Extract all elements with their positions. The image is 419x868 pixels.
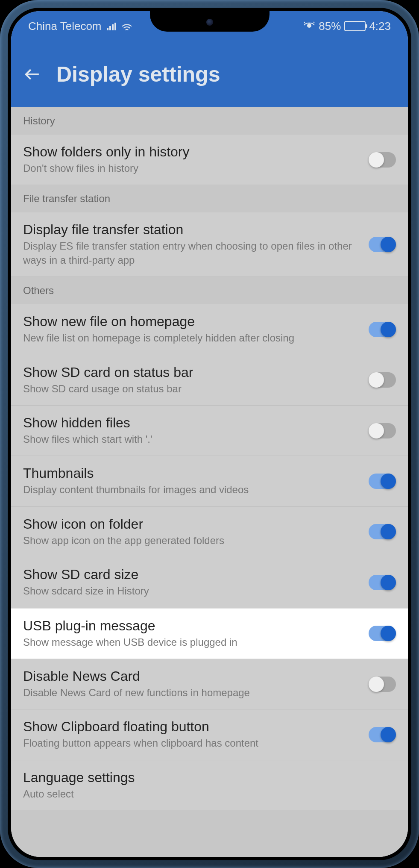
row-title: USB plug-in message	[23, 618, 360, 634]
svg-line-2	[314, 22, 314, 23]
row-text: Language settings Auto select	[23, 770, 396, 801]
row-text: Display file transfer station Display ES…	[23, 222, 360, 267]
row-clipboard-floating[interactable]: Show Clipboard floating button Floating …	[11, 709, 408, 760]
row-text: USB plug-in message Show message when US…	[23, 618, 360, 649]
row-text: Show hidden files Show files which start…	[23, 415, 360, 446]
row-hidden-files[interactable]: Show hidden files Show files which start…	[11, 406, 408, 456]
row-text: Show SD card size Show sdcard size in Hi…	[23, 567, 360, 598]
clock: 4:23	[369, 20, 391, 33]
battery-icon	[344, 21, 366, 31]
row-sd-status-bar[interactable]: Show SD card on status bar Show SD card …	[11, 355, 408, 406]
row-text: Show new file on homepage New file list …	[23, 314, 360, 345]
row-sub: Auto select	[23, 787, 396, 801]
row-sub: Display content thumbnails for images an…	[23, 483, 360, 497]
row-sub: Floating button appears when clipboard h…	[23, 736, 360, 750]
row-title: Display file transfer station	[23, 222, 360, 238]
eye-icon	[303, 20, 315, 33]
row-text: Show icon on folder Show app icon on the…	[23, 516, 360, 547]
row-title: Show Clipboard floating button	[23, 719, 360, 735]
row-icon-on-folder[interactable]: Show icon on folder Show app icon on the…	[11, 507, 408, 557]
row-file-transfer-station[interactable]: Display file transfer station Display ES…	[11, 212, 408, 277]
row-text: Disable News Card Disable News Card of n…	[23, 668, 360, 700]
svg-point-0	[308, 24, 311, 27]
toggle-thumbnails[interactable]	[369, 474, 396, 489]
row-sub: Display ES file transfer station entry w…	[23, 239, 360, 267]
toggle-show-new-file[interactable]	[369, 322, 396, 337]
row-sub: Show SD card usage on status bar	[23, 382, 360, 396]
page-title: Display settings	[56, 62, 220, 87]
toggle-sd-card-size[interactable]	[369, 575, 396, 590]
carrier-label: China Telecom	[28, 20, 102, 33]
row-title: Show SD card on status bar	[23, 365, 360, 380]
screen: China Telecom	[11, 11, 408, 857]
back-button[interactable]	[24, 66, 40, 82]
toggle-file-transfer-station[interactable]	[369, 237, 396, 252]
battery-percent: 85%	[319, 20, 341, 33]
section-others: Others	[11, 277, 408, 304]
row-show-new-file[interactable]: Show new file on homepage New file list …	[11, 304, 408, 355]
row-sub: Show sdcard size in History	[23, 584, 360, 598]
row-sub: Show app icon on the app generated folde…	[23, 534, 360, 547]
toggle-clipboard-floating[interactable]	[369, 727, 396, 742]
row-sub: New file list on homepage is completely …	[23, 331, 360, 345]
row-title: Thumbnails	[23, 465, 360, 481]
row-text: Show folders only in history Don't show …	[23, 144, 360, 175]
row-usb-plugin[interactable]: USB plug-in message Show message when US…	[11, 608, 408, 659]
section-history: History	[11, 107, 408, 135]
row-text: Show Clipboard floating button Floating …	[23, 719, 360, 750]
toggle-sd-status-bar[interactable]	[369, 372, 396, 388]
section-file-transfer: File transfer station	[11, 185, 408, 212]
toggle-disable-news[interactable]	[369, 677, 396, 692]
toggle-usb-plugin[interactable]	[369, 626, 396, 641]
row-sd-card-size[interactable]: Show SD card size Show sdcard size in Hi…	[11, 557, 408, 608]
row-title: Show folders only in history	[23, 144, 360, 160]
row-title: Language settings	[23, 770, 396, 786]
phone-frame: China Telecom	[0, 0, 419, 868]
toggle-hidden-files[interactable]	[369, 423, 396, 438]
phone-inner: China Telecom	[8, 8, 411, 860]
status-left: China Telecom	[28, 20, 132, 33]
row-title: Disable News Card	[23, 668, 360, 684]
signal-icon	[107, 22, 116, 30]
row-sub: Show message when USB device is plugged …	[23, 636, 360, 649]
row-disable-news[interactable]: Disable News Card Disable News Card of n…	[11, 659, 408, 709]
toggle-show-folders-only[interactable]	[369, 152, 396, 168]
status-right: 85% 4:23	[303, 20, 391, 33]
row-title: Show hidden files	[23, 415, 360, 431]
wifi-icon	[121, 22, 132, 30]
row-show-folders-only[interactable]: Show folders only in history Don't show …	[11, 135, 408, 185]
settings-list[interactable]: History Show folders only in history Don…	[11, 107, 408, 857]
notch	[150, 11, 270, 32]
row-text: Thumbnails Display content thumbnails fo…	[23, 465, 360, 497]
row-sub: Disable News Card of new functions in ho…	[23, 686, 360, 700]
row-sub: Show files which start with '.'	[23, 433, 360, 446]
app-bar: Display settings	[11, 41, 408, 107]
row-text: Show SD card on status bar Show SD card …	[23, 365, 360, 396]
toggle-icon-on-folder[interactable]	[369, 524, 396, 539]
row-thumbnails[interactable]: Thumbnails Display content thumbnails fo…	[11, 456, 408, 506]
row-title: Show new file on homepage	[23, 314, 360, 330]
row-language-settings[interactable]: Language settings Auto select	[11, 760, 408, 810]
row-title: Show icon on folder	[23, 516, 360, 532]
row-sub: Don't show files in history	[23, 162, 360, 175]
row-title: Show SD card size	[23, 567, 360, 583]
svg-line-1	[304, 22, 305, 23]
